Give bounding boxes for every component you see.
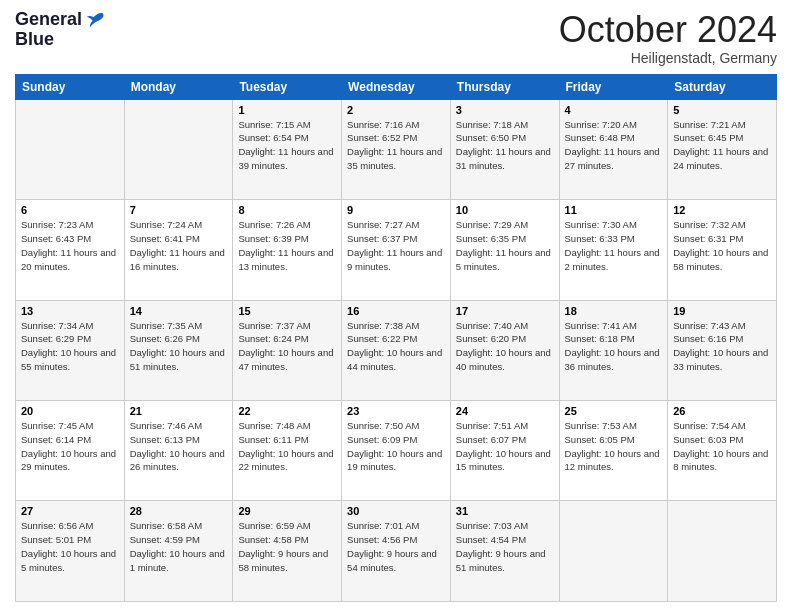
day-number: 3: [456, 104, 554, 116]
day-info: Sunrise: 7:24 AMSunset: 6:41 PMDaylight:…: [130, 219, 225, 271]
table-row: 25Sunrise: 7:53 AMSunset: 6:05 PMDayligh…: [559, 401, 668, 501]
logo-general: General: [15, 10, 82, 30]
day-info: Sunrise: 7:01 AMSunset: 4:56 PMDaylight:…: [347, 520, 437, 572]
page: General Blue October 2024 Heiligenstadt,…: [0, 0, 792, 612]
day-info: Sunrise: 7:45 AMSunset: 6:14 PMDaylight:…: [21, 420, 116, 472]
day-info: Sunrise: 6:56 AMSunset: 5:01 PMDaylight:…: [21, 520, 116, 572]
day-info: Sunrise: 7:30 AMSunset: 6:33 PMDaylight:…: [565, 219, 660, 271]
logo-bird-icon: [84, 12, 104, 28]
day-info: Sunrise: 7:35 AMSunset: 6:26 PMDaylight:…: [130, 320, 225, 372]
table-row: [668, 501, 777, 602]
col-thursday: Thursday: [450, 74, 559, 99]
table-row: 16Sunrise: 7:38 AMSunset: 6:22 PMDayligh…: [342, 300, 451, 400]
day-info: Sunrise: 7:51 AMSunset: 6:07 PMDaylight:…: [456, 420, 551, 472]
day-info: Sunrise: 7:38 AMSunset: 6:22 PMDaylight:…: [347, 320, 442, 372]
day-info: Sunrise: 7:23 AMSunset: 6:43 PMDaylight:…: [21, 219, 116, 271]
table-row: 2Sunrise: 7:16 AMSunset: 6:52 PMDaylight…: [342, 99, 451, 199]
day-number: 12: [673, 204, 771, 216]
day-number: 29: [238, 505, 336, 517]
table-row: 9Sunrise: 7:27 AMSunset: 6:37 PMDaylight…: [342, 200, 451, 300]
header: General Blue October 2024 Heiligenstadt,…: [15, 10, 777, 66]
day-number: 23: [347, 405, 445, 417]
day-info: Sunrise: 7:21 AMSunset: 6:45 PMDaylight:…: [673, 119, 768, 171]
calendar-week-row: 1Sunrise: 7:15 AMSunset: 6:54 PMDaylight…: [16, 99, 777, 199]
day-number: 1: [238, 104, 336, 116]
table-row: 21Sunrise: 7:46 AMSunset: 6:13 PMDayligh…: [124, 401, 233, 501]
col-friday: Friday: [559, 74, 668, 99]
day-number: 16: [347, 305, 445, 317]
col-wednesday: Wednesday: [342, 74, 451, 99]
calendar-week-row: 27Sunrise: 6:56 AMSunset: 5:01 PMDayligh…: [16, 501, 777, 602]
col-sunday: Sunday: [16, 74, 125, 99]
table-row: 17Sunrise: 7:40 AMSunset: 6:20 PMDayligh…: [450, 300, 559, 400]
table-row: 18Sunrise: 7:41 AMSunset: 6:18 PMDayligh…: [559, 300, 668, 400]
table-row: [16, 99, 125, 199]
table-row: 5Sunrise: 7:21 AMSunset: 6:45 PMDaylight…: [668, 99, 777, 199]
logo: General Blue: [15, 10, 104, 50]
day-info: Sunrise: 7:18 AMSunset: 6:50 PMDaylight:…: [456, 119, 551, 171]
day-number: 15: [238, 305, 336, 317]
table-row: 23Sunrise: 7:50 AMSunset: 6:09 PMDayligh…: [342, 401, 451, 501]
table-row: 15Sunrise: 7:37 AMSunset: 6:24 PMDayligh…: [233, 300, 342, 400]
day-info: Sunrise: 7:48 AMSunset: 6:11 PMDaylight:…: [238, 420, 333, 472]
table-row: [124, 99, 233, 199]
location: Heiligenstadt, Germany: [559, 50, 777, 66]
table-row: 24Sunrise: 7:51 AMSunset: 6:07 PMDayligh…: [450, 401, 559, 501]
table-row: 29Sunrise: 6:59 AMSunset: 4:58 PMDayligh…: [233, 501, 342, 602]
table-row: 30Sunrise: 7:01 AMSunset: 4:56 PMDayligh…: [342, 501, 451, 602]
table-row: 13Sunrise: 7:34 AMSunset: 6:29 PMDayligh…: [16, 300, 125, 400]
day-number: 9: [347, 204, 445, 216]
day-number: 7: [130, 204, 228, 216]
day-number: 21: [130, 405, 228, 417]
col-saturday: Saturday: [668, 74, 777, 99]
day-info: Sunrise: 7:43 AMSunset: 6:16 PMDaylight:…: [673, 320, 768, 372]
table-row: 14Sunrise: 7:35 AMSunset: 6:26 PMDayligh…: [124, 300, 233, 400]
table-row: 22Sunrise: 7:48 AMSunset: 6:11 PMDayligh…: [233, 401, 342, 501]
day-number: 30: [347, 505, 445, 517]
month-title: October 2024: [559, 10, 777, 50]
day-number: 5: [673, 104, 771, 116]
day-info: Sunrise: 7:53 AMSunset: 6:05 PMDaylight:…: [565, 420, 660, 472]
day-number: 13: [21, 305, 119, 317]
day-number: 22: [238, 405, 336, 417]
day-number: 27: [21, 505, 119, 517]
table-row: [559, 501, 668, 602]
day-number: 10: [456, 204, 554, 216]
day-info: Sunrise: 7:20 AMSunset: 6:48 PMDaylight:…: [565, 119, 660, 171]
day-number: 14: [130, 305, 228, 317]
day-number: 6: [21, 204, 119, 216]
day-number: 8: [238, 204, 336, 216]
day-number: 4: [565, 104, 663, 116]
day-info: Sunrise: 7:54 AMSunset: 6:03 PMDaylight:…: [673, 420, 768, 472]
table-row: 31Sunrise: 7:03 AMSunset: 4:54 PMDayligh…: [450, 501, 559, 602]
table-row: 12Sunrise: 7:32 AMSunset: 6:31 PMDayligh…: [668, 200, 777, 300]
day-info: Sunrise: 6:58 AMSunset: 4:59 PMDaylight:…: [130, 520, 225, 572]
title-block: October 2024 Heiligenstadt, Germany: [559, 10, 777, 66]
table-row: 28Sunrise: 6:58 AMSunset: 4:59 PMDayligh…: [124, 501, 233, 602]
table-row: 11Sunrise: 7:30 AMSunset: 6:33 PMDayligh…: [559, 200, 668, 300]
table-row: 3Sunrise: 7:18 AMSunset: 6:50 PMDaylight…: [450, 99, 559, 199]
table-row: 4Sunrise: 7:20 AMSunset: 6:48 PMDaylight…: [559, 99, 668, 199]
day-number: 2: [347, 104, 445, 116]
day-info: Sunrise: 7:32 AMSunset: 6:31 PMDaylight:…: [673, 219, 768, 271]
calendar-week-row: 13Sunrise: 7:34 AMSunset: 6:29 PMDayligh…: [16, 300, 777, 400]
day-number: 11: [565, 204, 663, 216]
day-number: 18: [565, 305, 663, 317]
day-number: 20: [21, 405, 119, 417]
day-info: Sunrise: 7:26 AMSunset: 6:39 PMDaylight:…: [238, 219, 333, 271]
day-info: Sunrise: 7:29 AMSunset: 6:35 PMDaylight:…: [456, 219, 551, 271]
day-info: Sunrise: 7:34 AMSunset: 6:29 PMDaylight:…: [21, 320, 116, 372]
calendar-table: Sunday Monday Tuesday Wednesday Thursday…: [15, 74, 777, 602]
col-tuesday: Tuesday: [233, 74, 342, 99]
table-row: 1Sunrise: 7:15 AMSunset: 6:54 PMDaylight…: [233, 99, 342, 199]
calendar-header-row: Sunday Monday Tuesday Wednesday Thursday…: [16, 74, 777, 99]
table-row: 10Sunrise: 7:29 AMSunset: 6:35 PMDayligh…: [450, 200, 559, 300]
day-info: Sunrise: 7:03 AMSunset: 4:54 PMDaylight:…: [456, 520, 546, 572]
day-info: Sunrise: 7:46 AMSunset: 6:13 PMDaylight:…: [130, 420, 225, 472]
day-number: 24: [456, 405, 554, 417]
col-monday: Monday: [124, 74, 233, 99]
calendar-week-row: 20Sunrise: 7:45 AMSunset: 6:14 PMDayligh…: [16, 401, 777, 501]
day-info: Sunrise: 7:16 AMSunset: 6:52 PMDaylight:…: [347, 119, 442, 171]
table-row: 19Sunrise: 7:43 AMSunset: 6:16 PMDayligh…: [668, 300, 777, 400]
day-info: Sunrise: 7:15 AMSunset: 6:54 PMDaylight:…: [238, 119, 333, 171]
